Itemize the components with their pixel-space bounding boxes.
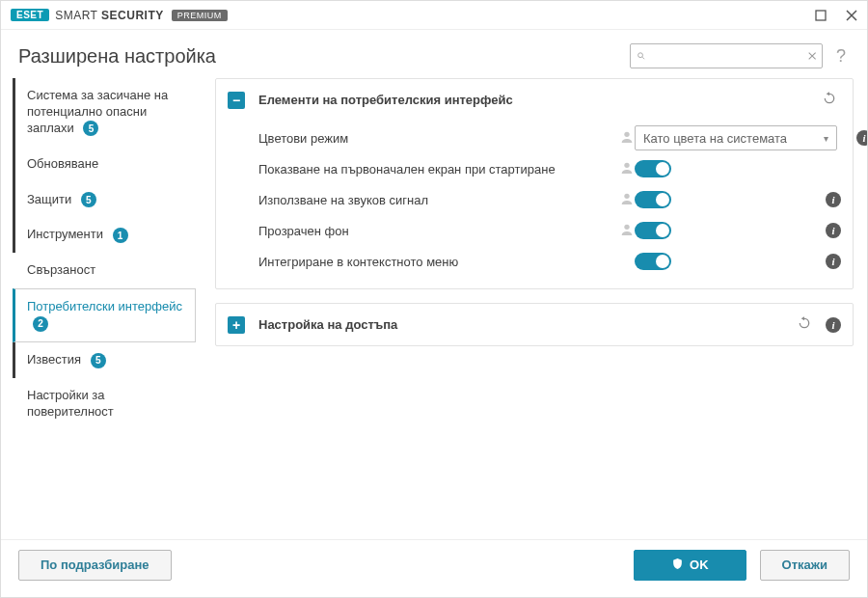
svg-rect-0 xyxy=(816,11,826,20)
user-icon xyxy=(619,129,635,148)
sidebar-item-privacy[interactable]: Настройки за поверителност xyxy=(13,378,196,430)
footer: По подразбиране OK Откажи xyxy=(1,539,867,589)
user-icon xyxy=(619,160,635,178)
info-icon[interactable]: i xyxy=(826,254,841,269)
brand-text: SMART SECURITY xyxy=(55,9,164,22)
row-transparent: Прозрачен фон i xyxy=(258,215,841,246)
brand-smart: SMART xyxy=(55,9,97,22)
svg-point-3 xyxy=(624,162,629,167)
close-button[interactable] xyxy=(844,8,859,23)
sidebar-item-label: Свързаност xyxy=(27,262,95,277)
svg-point-2 xyxy=(624,131,629,136)
reset-section-button[interactable] xyxy=(793,313,816,336)
clear-search-icon[interactable] xyxy=(808,50,816,62)
search-input[interactable] xyxy=(646,49,808,64)
select-value: Като цвета на системата xyxy=(643,131,787,146)
setting-label: Използване на звуков сигнал xyxy=(258,193,577,207)
setting-label: Прозрачен фон xyxy=(258,224,577,238)
maximize-button[interactable] xyxy=(813,8,828,23)
chevron-down-icon: ▾ xyxy=(824,133,828,144)
info-icon[interactable]: i xyxy=(826,223,841,238)
sidebar-badge: 2 xyxy=(33,316,48,332)
sidebar-badge: 5 xyxy=(83,121,98,136)
button-label: По подразбиране xyxy=(41,557,149,572)
splash-toggle[interactable] xyxy=(635,160,671,177)
defaults-button[interactable]: По подразбиране xyxy=(18,550,172,581)
info-icon[interactable]: i xyxy=(856,130,867,146)
sidebar: Система за засичане на потенциално опасн… xyxy=(1,78,203,539)
row-context-menu: Интегриране в контекстното меню i xyxy=(258,246,841,277)
setting-label: Цветови режим xyxy=(258,131,577,146)
sidebar-item-protections[interactable]: Защити 5 xyxy=(13,182,196,218)
sidebar-badge: 5 xyxy=(91,353,106,368)
sidebar-item-label: Защити xyxy=(27,192,71,206)
context-menu-toggle[interactable] xyxy=(635,253,671,270)
panel-title: Елементи на потребителския интерфейс xyxy=(258,93,513,107)
color-mode-select[interactable]: Като цвета на системата ▾ xyxy=(635,125,837,150)
svg-point-1 xyxy=(638,53,643,58)
user-icon xyxy=(619,191,635,209)
sidebar-item-tools[interactable]: Инструменти 1 xyxy=(13,217,196,253)
search-icon xyxy=(637,49,646,63)
sidebar-item-label: Обновяване xyxy=(27,156,98,171)
reset-section-button[interactable] xyxy=(818,89,841,111)
info-icon[interactable]: i xyxy=(826,317,841,333)
sidebar-item-update[interactable]: Обновяване xyxy=(13,147,196,182)
collapse-icon[interactable]: − xyxy=(228,92,245,109)
sidebar-item-ui[interactable]: Потребителски интерфейс 2 xyxy=(13,288,196,342)
sidebar-item-label: Потребителски интерфейс xyxy=(27,299,182,313)
sidebar-item-notifications[interactable]: Известия 5 xyxy=(13,342,196,378)
panel-access-setup: + Настройка на достъпа i xyxy=(215,303,854,346)
setting-label: Интегриране в контекстното меню xyxy=(258,255,577,269)
sidebar-badge: 5 xyxy=(81,192,96,207)
sidebar-item-detection[interactable]: Система за засичане на потенциално опасн… xyxy=(13,78,196,147)
title-bar: ESET SMART SECURITY PREMIUM xyxy=(1,1,867,30)
row-sound: Използване на звуков сигнал i xyxy=(258,184,841,215)
main-content: − Елементи на потребителския интерфейс Ц… xyxy=(203,78,867,539)
button-label: OK xyxy=(690,557,709,572)
brand-security: SECURITY xyxy=(101,9,164,22)
sidebar-badge: 1 xyxy=(113,228,128,243)
sidebar-item-connectivity[interactable]: Свързаност xyxy=(13,253,196,288)
panel-header: + Настройка на достъпа i xyxy=(216,304,853,345)
brand-eset: ESET xyxy=(11,9,49,21)
panel-body: Цветови режим Като цвета на системата ▾ … xyxy=(216,121,853,288)
sound-toggle[interactable] xyxy=(635,191,671,208)
window-controls xyxy=(813,8,859,23)
cancel-button[interactable]: Откажи xyxy=(760,550,850,581)
help-button[interactable]: ? xyxy=(832,46,850,67)
transparent-toggle[interactable] xyxy=(635,222,671,239)
row-color-mode: Цветови режим Като цвета на системата ▾ … xyxy=(258,122,841,153)
page-header: Разширена настройка ? xyxy=(1,30,867,78)
svg-point-5 xyxy=(624,224,629,229)
panel-ui-elements: − Елементи на потребителския интерфейс Ц… xyxy=(215,78,854,289)
sidebar-item-label: Инструменти xyxy=(27,227,103,241)
svg-point-4 xyxy=(624,193,629,198)
user-icon xyxy=(619,222,635,240)
brand: ESET SMART SECURITY PREMIUM xyxy=(11,9,228,22)
button-label: Откажи xyxy=(782,557,827,572)
ok-button[interactable]: OK xyxy=(634,550,746,581)
search-box[interactable] xyxy=(630,43,823,68)
brand-edition-badge: PREMIUM xyxy=(172,10,228,21)
shield-icon xyxy=(671,557,684,573)
sidebar-item-label: Известия xyxy=(27,352,81,367)
page-title: Разширена настройка xyxy=(18,45,216,68)
panel-header: − Елементи на потребителския интерфейс xyxy=(216,79,853,121)
info-icon[interactable]: i xyxy=(826,192,841,207)
expand-icon[interactable]: + xyxy=(228,316,245,334)
setting-label: Показване на първоначален екран при стар… xyxy=(258,162,577,177)
sidebar-item-label: Настройки за поверителност xyxy=(27,388,114,419)
panel-title: Настройка на достъпа xyxy=(258,317,397,332)
row-splash: Показване на първоначален екран при стар… xyxy=(258,153,841,184)
